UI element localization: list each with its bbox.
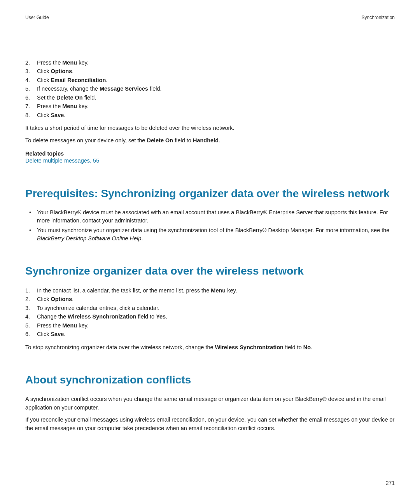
step-number: 2.: [25, 58, 34, 67]
page-header: User Guide Synchronization: [25, 15, 395, 20]
step-item: 2.Click Options.: [25, 295, 395, 303]
text-suffix: .: [219, 137, 220, 144]
step-item: 8.Click Save.: [25, 111, 395, 119]
step-text-bold: Email Reconciliation: [51, 77, 106, 83]
text-bold: Handheld: [193, 137, 219, 144]
step-text-suffix: field.: [83, 94, 96, 101]
step-item: 4.Change the Wireless Synchronization fi…: [25, 312, 395, 321]
step-text-suffix: .: [72, 296, 74, 302]
step-text-prefix: If necessary, change the: [37, 86, 100, 92]
step-text-suffix: field.: [148, 86, 162, 92]
step-number: 1.: [25, 286, 34, 295]
step-number: 3.: [25, 304, 34, 312]
step-item: 4.Click Email Reconciliation.: [25, 76, 395, 84]
bullet-list: Your BlackBerry® device must be associat…: [25, 208, 395, 243]
step-number: 7.: [25, 102, 34, 110]
step-text-suffix: key.: [77, 60, 89, 66]
paragraph: To stop synchronizing organizer data ove…: [25, 343, 395, 352]
step-text-bold: Menu: [62, 322, 77, 329]
step-item: 2.Press the Menu key.: [25, 58, 395, 67]
step-number: 2.: [25, 295, 34, 303]
step-number: 5.: [25, 321, 34, 330]
step-text-suffix: .: [166, 313, 167, 320]
step-text-bold: Save: [51, 331, 64, 337]
step-text-prefix: Set the: [37, 94, 56, 101]
step-number: 6.: [25, 93, 34, 102]
text-mid: field to: [173, 137, 193, 144]
related-topics-heading: Related topics: [25, 150, 395, 157]
bullet-item: Your BlackBerry® device must be associat…: [25, 208, 395, 225]
step-item: 6.Click Save.: [25, 330, 395, 338]
paragraph: A synchronization conflict occurs when y…: [25, 395, 395, 412]
text-suffix: .: [311, 344, 312, 350]
step-text-suffix: key.: [226, 287, 237, 294]
step-text-bold: Menu: [211, 287, 226, 294]
step-text-bold: Options: [51, 68, 72, 74]
section-heading-prerequisites: Prerequisites: Synchronizing organizer d…: [25, 187, 395, 200]
step-item: 3.To synchronize calendar entries, click…: [25, 304, 395, 312]
step-number: 6.: [25, 330, 34, 338]
step-text-prefix: Click: [37, 331, 51, 337]
section-heading-synchronize: Synchronize organizer data over the wire…: [25, 264, 395, 278]
step-text-prefix: Click: [37, 68, 51, 74]
step-item: 6.Set the Delete On field.: [25, 93, 395, 102]
paragraph: If you reconcile your email messages usi…: [25, 416, 395, 433]
steps-list-2: 1.In the contact list, a calendar, the t…: [25, 286, 395, 339]
step-text-suffix: .: [106, 77, 107, 83]
step-number: 5.: [25, 84, 34, 93]
bullet-text-italic: BlackBerry Desktop Software Online Help: [37, 235, 141, 242]
step-number: 4.: [25, 76, 34, 84]
text-bold: Wireless Synchronization: [215, 344, 284, 350]
step-text-suffix: .: [72, 68, 74, 74]
step-text-prefix: Change the: [37, 313, 68, 320]
section-heading-conflicts: About synchronization conflicts: [25, 373, 395, 387]
step-text-prefix: Click: [37, 296, 51, 302]
step-text-prefix: Press the: [37, 60, 62, 66]
step-item: 1.In the contact list, a calendar, the t…: [25, 286, 395, 295]
step-number: 3.: [25, 67, 34, 75]
step-text-suffix: key.: [77, 103, 89, 109]
step-text-bold2: Yes: [156, 313, 166, 320]
step-text-prefix: In the contact list, a calendar, the tas…: [37, 287, 211, 294]
step-item: 3.Click Options.: [25, 67, 395, 75]
paragraph: It takes a short period of time for mess…: [25, 124, 395, 133]
steps-list-1: 2.Press the Menu key. 3.Click Options. 4…: [25, 58, 395, 119]
step-text-suffix: key.: [77, 322, 89, 329]
text-bold: Delete On: [147, 137, 173, 144]
text-bold: No: [303, 344, 311, 350]
page-number: 271: [386, 480, 395, 486]
step-text-prefix: Press the: [37, 322, 62, 329]
step-item: 5.Press the Menu key.: [25, 321, 395, 330]
header-left: User Guide: [25, 15, 49, 20]
bullet-text-prefix: You must synchronize your organizer data…: [37, 227, 389, 233]
header-right: Synchronization: [362, 15, 395, 20]
step-text-bold: Menu: [62, 103, 77, 109]
step-text-bold: Save: [51, 112, 64, 118]
step-number: 4.: [25, 312, 34, 321]
step-text-suffix: .: [64, 331, 65, 337]
text-prefix: To delete messages on your device only, …: [25, 137, 147, 144]
step-text-prefix: Press the: [37, 103, 62, 109]
bullet-item: You must synchronize your organizer data…: [25, 226, 395, 243]
related-link[interactable]: Delete multiple messages, 55: [25, 157, 395, 165]
step-text-prefix: Click: [37, 77, 51, 83]
bullet-text-suffix: .: [141, 235, 143, 242]
step-text-bold: Message Services: [100, 86, 148, 92]
step-text-mid: field to: [136, 313, 156, 320]
bullet-text: Your BlackBerry® device must be associat…: [37, 209, 388, 224]
step-text-bold: Menu: [62, 60, 77, 66]
step-number: 8.: [25, 111, 34, 119]
step-text-prefix: To synchronize calendar entries, click a…: [37, 305, 159, 311]
step-item: 7.Press the Menu key.: [25, 102, 395, 110]
step-text-bold: Wireless Synchronization: [68, 313, 136, 320]
text-prefix: To stop synchronizing organizer data ove…: [25, 344, 215, 350]
step-text-bold: Options: [51, 296, 72, 302]
step-text-suffix: .: [64, 112, 65, 118]
step-item: 5.If necessary, change the Message Servi…: [25, 84, 395, 93]
text-mid: field to: [284, 344, 303, 350]
paragraph: To delete messages on your device only, …: [25, 136, 395, 145]
step-text-bold: Delete On: [56, 94, 83, 101]
step-text-prefix: Click: [37, 112, 51, 118]
